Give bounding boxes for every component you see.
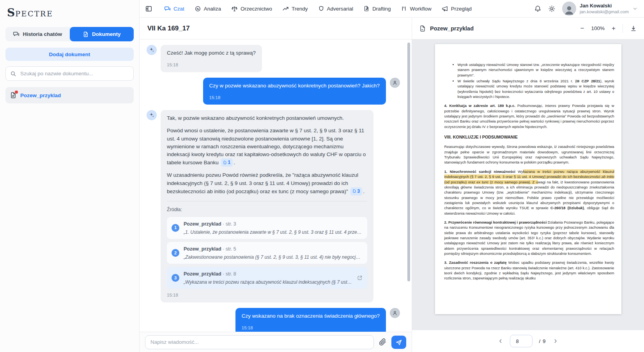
nav-item-czat[interactable]: Czat xyxy=(164,5,184,12)
open-in-document-icon[interactable] xyxy=(357,275,363,281)
user-person-icon xyxy=(390,308,400,318)
sources-label: Źródła: xyxy=(167,206,367,213)
source-separator: · xyxy=(223,246,224,252)
message-text: Powód wnosi o ustalenie, że postanowieni… xyxy=(167,127,367,167)
logo-text: PECTRE xyxy=(15,9,53,18)
assistant-sparkles-icon xyxy=(147,110,157,120)
source-doc: Pozew_przyklad xyxy=(184,271,221,277)
pdf-paragraph: 2. Przywrócenie równowagi kontraktowej i… xyxy=(444,220,614,256)
user-menu[interactable]: Jan Kowalski jan.kowalski@gmail.com xyxy=(562,2,638,16)
nav-item-workflow[interactable]: Workflow xyxy=(401,5,431,12)
nav-label: Drafting xyxy=(372,6,391,12)
top-navigation: Czat Analiza Orzecznictwo Trendy xyxy=(140,0,644,18)
source-title: Pozew_przyklad · str. 3 xyxy=(184,221,236,227)
message-bot: Tak, w pozwie wskazano abuzywność konkre… xyxy=(147,110,400,302)
source-title: Pozew_przyklad · str. 5 xyxy=(184,246,236,252)
message-text: Czy w pozwie wskazano abuzywność konkret… xyxy=(209,82,380,90)
source-page: str. 3 xyxy=(226,221,236,227)
chat-scrollbar-thumb[interactable] xyxy=(407,43,410,281)
message-user: Czy wskazano na brak oznaczenia świadcze… xyxy=(147,308,400,332)
chevron-down-icon xyxy=(632,6,638,11)
message-text-run: . xyxy=(363,188,364,194)
unread-dot xyxy=(15,91,18,94)
nav-item-trendy[interactable]: Trendy xyxy=(282,5,308,12)
download-icon[interactable] xyxy=(630,25,637,32)
pdf-bullet-list: Wyrok ustalający nieważność Umowy stanow… xyxy=(444,62,614,99)
nav-item-adversarial[interactable]: Adversarial xyxy=(318,5,354,12)
document-search xyxy=(5,66,134,81)
notifications-bell-icon[interactable] xyxy=(534,5,541,12)
source-quote: „1. Ustalenie, że postanowienia zawarte … xyxy=(184,229,363,236)
user-avatar-photo xyxy=(562,2,576,16)
pdf-controls: − 100% + xyxy=(580,24,637,33)
main-area: Czat Analiza Orzecznictwo Trendy xyxy=(140,0,644,352)
nav-label: Analiza xyxy=(204,6,221,12)
user-email: jan.kowalski@gmail.com xyxy=(580,9,629,14)
source-number-badge: 3 xyxy=(172,274,179,282)
zoom-out-button[interactable]: − xyxy=(580,25,584,32)
nav-label: Adversarial xyxy=(327,6,354,12)
sidebar-collapse-icon[interactable] xyxy=(145,5,152,12)
source-page: str. 5 xyxy=(226,246,236,252)
nav-label: Czat xyxy=(173,6,184,12)
sidebar-tabs: Historia chatów Dokumenty xyxy=(5,27,134,41)
pdf-page: Wyrok ustalający nieważność Umowy stanow… xyxy=(435,44,621,314)
zoom-in-button[interactable]: + xyxy=(612,25,616,32)
scales-icon xyxy=(231,5,238,12)
pdf-text-run: (od początku) oraz xyxy=(444,180,477,184)
source-number-badge: 1 xyxy=(172,224,179,232)
nav-label: Workflow xyxy=(410,6,431,12)
pdf-text-run: Działania Pozwanego Banku, polegające na… xyxy=(444,220,614,256)
document-search-input[interactable] xyxy=(19,70,129,77)
message-bot: Cześć! Jak mogę pomóc z tą sprawą? 15:18 xyxy=(147,45,400,72)
citation-number: 3 xyxy=(357,188,360,195)
pdf-paragraph: 1. Nieuchronność sankcji nieważności Wyk… xyxy=(444,169,614,216)
tab-chat-history[interactable]: Historia chatów xyxy=(5,27,70,41)
nav-item-przeglad[interactable]: Przegląd xyxy=(442,5,472,12)
message-time: 15:18 xyxy=(167,292,367,299)
citation-chip-3[interactable]: 3 xyxy=(350,187,363,196)
source-card-3[interactable]: 3 Pozew_przyklad · str. 8 „Wykazana w tr… xyxy=(167,267,367,289)
tab-documents-label: Dokumenty xyxy=(92,31,121,37)
add-document-button[interactable]: Dodaj dokument xyxy=(5,48,134,61)
nav-item-orzecznictwo[interactable]: Orzecznictwo xyxy=(231,5,272,12)
message-input[interactable] xyxy=(145,335,374,349)
previous-page-chevron-icon[interactable] xyxy=(497,338,504,344)
message-text-run: W uzasadnieniu pozwu Powód również podkr… xyxy=(167,172,358,194)
theme-toggle-sun-icon[interactable] xyxy=(548,5,556,12)
next-page-chevron-icon[interactable] xyxy=(552,338,559,344)
nav-label: Przegląd xyxy=(451,6,472,12)
citation-number: 1 xyxy=(228,159,231,166)
message-text: W uzasadnieniu pozwu Powód również podkr… xyxy=(167,171,367,196)
chat-icon xyxy=(164,5,171,12)
file-icon xyxy=(10,92,17,99)
app-logo: SPECTRE xyxy=(7,6,134,19)
nav-item-drafting[interactable]: Drafting xyxy=(363,5,391,12)
attachment-paperclip-icon[interactable] xyxy=(379,338,386,346)
page-total: / 9 xyxy=(539,338,546,344)
pdf-panel: Pozew_przyklad − 100% + Wyrok u xyxy=(412,18,644,352)
pdf-text-run: (z mocy samego prawa). Z u xyxy=(488,180,538,184)
source-quote: „Zakwestionowane postanowienia (§ 7 ust.… xyxy=(184,254,363,261)
zoom-level: 100% xyxy=(591,25,605,31)
send-button[interactable] xyxy=(391,336,406,349)
message-bubble: Czy w pozwie wskazano abuzywność konkret… xyxy=(203,78,386,105)
pdf-section-heading: VIII. KONKLUZJE I PODSUMOWANIE xyxy=(444,134,614,140)
tab-documents[interactable]: Dokumenty xyxy=(70,27,134,41)
analysis-icon xyxy=(195,5,201,12)
divider xyxy=(623,24,623,33)
nav-item-analiza[interactable]: Analiza xyxy=(195,5,221,12)
message-composer xyxy=(140,332,412,352)
source-separator: · xyxy=(223,271,224,277)
add-document-label: Dodaj dokument xyxy=(49,52,90,57)
page-number-input[interactable] xyxy=(510,335,533,347)
pdf-file-icon xyxy=(419,25,426,32)
source-card-2[interactable]: 2 Pozew_przyklad · str. 5 „Zakwestionowa… xyxy=(167,242,367,264)
pdf-bullet: Wyrok ustalający nieważność Umowy stanow… xyxy=(458,62,614,78)
citation-chip-1[interactable]: 1 xyxy=(221,158,233,167)
document-list-item[interactable]: Pozew_przyklad xyxy=(5,87,134,103)
pdf-text-run: 3. Zasadność roszczenia o zapłatę xyxy=(444,260,507,265)
topnav-right: Jan Kowalski jan.kowalski@gmail.com xyxy=(534,2,638,16)
source-card-1[interactable]: 1 Pozew_przyklad · str. 3 „1. Ustalenie,… xyxy=(167,217,367,239)
source-page: str. 8 xyxy=(226,271,236,277)
